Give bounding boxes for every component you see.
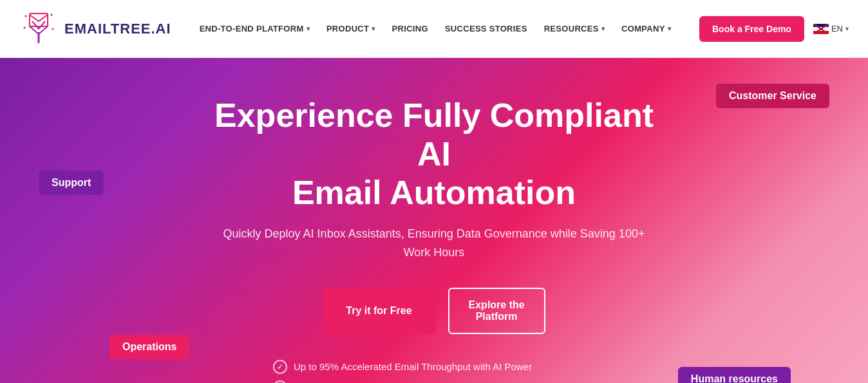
explore-label-line1: Explore the (469, 299, 525, 310)
feature-list: ✓ Up to 95% Accelerated Email Throughput… (273, 360, 595, 383)
nav-label-product: PRODUCT (326, 24, 369, 33)
nav-label-company: COMPANY (621, 24, 665, 33)
chevron-down-icon: ▾ (372, 25, 375, 32)
human-resources-badge: Human resources (678, 367, 791, 383)
nav-links: END-TO-END PLATFORM ▾ PRODUCT ▾ PRICING … (193, 19, 677, 39)
svg-point-8 (24, 26, 26, 28)
logo-text: EMAILTREE.AI (64, 21, 171, 37)
chevron-down-icon: ▾ (845, 25, 849, 32)
try-free-button[interactable]: Try it for Free (323, 288, 435, 334)
operations-badge: Operations (109, 335, 189, 359)
language-selector[interactable]: EN ▾ (813, 24, 849, 34)
nav-item-company[interactable]: COMPANY ▾ (615, 19, 677, 39)
feature-item-1: ✓ Up to 95% Accelerated Email Throughput… (273, 360, 532, 374)
hero-title-line1: Experience Fully Compliant AI (214, 97, 654, 173)
hero-title: Experience Fully Compliant AI Email Auto… (209, 97, 659, 212)
explore-label-line2: Platform (476, 311, 518, 322)
customer-service-badge: Customer Service (716, 84, 829, 108)
logo-icon (19, 10, 58, 48)
nav-label-platform: END-TO-END PLATFORM (200, 24, 304, 33)
nav-item-platform[interactable]: END-TO-END PLATFORM ▾ (193, 19, 316, 39)
nav-label-success: SUCCESS STORIES (445, 24, 527, 33)
book-demo-button[interactable]: Book a Free Demo (699, 16, 804, 42)
check-circle-icon: ✓ (273, 360, 287, 374)
hero-buttons: Try it for Free Explore the Platform (209, 288, 659, 334)
chevron-down-icon: ▾ (668, 25, 671, 32)
hero-title-line2: Email Automation (292, 174, 576, 211)
chevron-down-icon: ▾ (307, 25, 310, 32)
svg-point-6 (25, 15, 27, 17)
nav-label-pricing: PRICING (392, 24, 428, 33)
hero-content: Experience Fully Compliant AI Email Auto… (209, 97, 659, 360)
nav-item-product[interactable]: PRODUCT ▾ (320, 19, 382, 39)
svg-point-7 (51, 14, 53, 15)
navbar: EMAILTREE.AI END-TO-END PLATFORM ▾ PRODU… (0, 0, 868, 58)
feature-text-1: Up to 95% Accelerated Email Throughput w… (294, 361, 532, 372)
nav-item-resources[interactable]: RESOURCES ▾ (538, 19, 611, 39)
svg-line-3 (32, 21, 39, 29)
nav-item-pricing[interactable]: PRICING (386, 19, 435, 39)
lang-label: EN (831, 24, 843, 33)
check-circle-icon: ✓ (273, 380, 287, 383)
support-badge: Support (39, 171, 104, 195)
nav-item-success[interactable]: SUCCESS STORIES (439, 19, 534, 39)
explore-platform-button[interactable]: Explore the Platform (448, 288, 545, 334)
hero-subtitle: Quickly Deploy AI Inbox Assistants, Ensu… (209, 225, 659, 262)
hero-section: Customer Service Support Operations Huma… (0, 58, 868, 383)
chevron-down-icon: ▾ (601, 25, 605, 32)
logo-area: EMAILTREE.AI (19, 10, 171, 48)
navbar-right: Book a Free Demo EN ▾ (699, 16, 849, 42)
svg-line-4 (39, 21, 45, 29)
nav-label-resources: RESOURCES (544, 24, 599, 33)
svg-point-9 (52, 28, 54, 30)
svg-rect-5 (30, 14, 48, 26)
flag-icon (813, 24, 829, 34)
feature-item-2: ✓ On-Premises Data Sovereignty, Zero Thi… (273, 380, 545, 383)
